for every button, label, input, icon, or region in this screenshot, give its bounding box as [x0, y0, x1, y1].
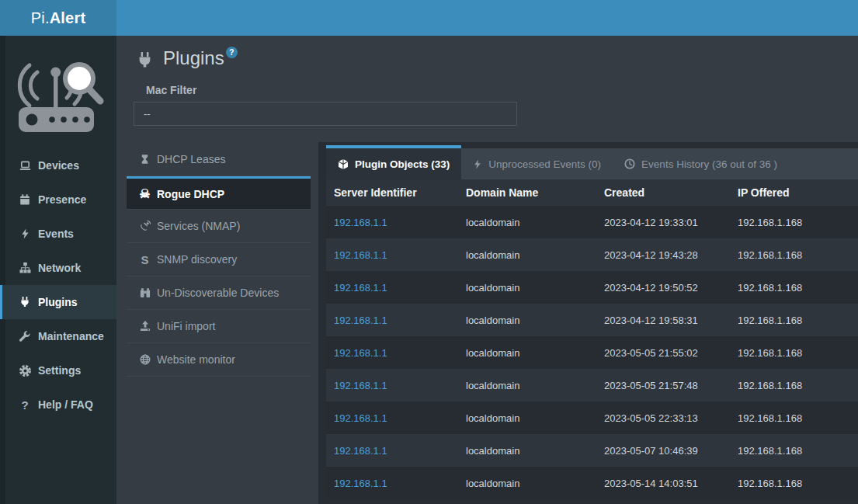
- plug-icon: [16, 297, 33, 308]
- plug-icon: [137, 52, 153, 68]
- plugin-nav-item-services-nmap[interactable]: Services (NMAP): [127, 210, 311, 243]
- sidebar-item-label: Plugins: [38, 296, 78, 308]
- ip-offered-cell: 192.168.1.168: [730, 401, 858, 434]
- ip-offered-cell: 192.168.1.168: [730, 304, 858, 336]
- pialert-router-logo: [0, 36, 116, 148]
- col-created: Created: [596, 179, 730, 206]
- plugin-nav: DHCP Leases ☠ Rogue DHCP Services (NMAP)…: [127, 143, 318, 504]
- server-identifier-link[interactable]: 192.168.1.1: [326, 304, 458, 336]
- sidebar-item-label: Events: [38, 228, 74, 240]
- tab-label: Unprocessed Events (0): [488, 158, 601, 170]
- content-area: Plugins ? Mac Filter DHCP Leases ☠ Rogue…: [116, 36, 858, 504]
- table-row: 192.168.1.1 localdomain 2023-04-12 19:50…: [326, 271, 858, 304]
- created-cell: 2023-05-05 21:55:02: [596, 336, 730, 369]
- globe-icon: [136, 354, 154, 365]
- upload-icon: [136, 321, 154, 332]
- s-letter-icon: S: [136, 254, 154, 266]
- tab-events-history[interactable]: Events History (36 out of 36 ): [613, 148, 789, 179]
- plugin-nav-label: SNMP discovery: [157, 253, 237, 266]
- plugin-nav-item-dhcp-leases[interactable]: DHCP Leases: [127, 143, 311, 176]
- gear-icon: [16, 365, 33, 377]
- ip-offered-cell: 192.168.1.168: [730, 336, 858, 369]
- page-header: Plugins ?: [116, 36, 858, 68]
- tab-label: Plugin Objects (33): [355, 158, 450, 170]
- ip-offered-cell: 192.168.1.168: [730, 434, 858, 467]
- plugin-tabs: Plugin Objects (33) Unprocessed Events (…: [326, 148, 858, 179]
- tab-unprocessed-events[interactable]: Unprocessed Events (0): [461, 148, 613, 179]
- router-magnifier-icon: [11, 51, 106, 138]
- domain-cell: localdomain: [458, 304, 596, 336]
- server-identifier-link[interactable]: 192.168.1.1: [326, 369, 458, 401]
- tab-plugin-objects[interactable]: Plugin Objects (33): [326, 145, 461, 179]
- domain-cell: localdomain: [458, 467, 596, 499]
- sidebar-item-label: Network: [38, 262, 81, 274]
- laptop-icon: [16, 160, 33, 172]
- sidebar-item-network[interactable]: Network: [0, 251, 116, 285]
- server-identifier-link[interactable]: 192.168.1.1: [326, 336, 458, 369]
- sidebar-toggle-button[interactable]: [116, 0, 155, 36]
- server-identifier-link[interactable]: 192.168.1.1: [326, 206, 458, 238]
- domain-cell: localdomain: [458, 336, 596, 369]
- plugin-nav-item-rogue-dhcp[interactable]: ☠ Rogue DHCP: [127, 176, 311, 210]
- server-identifier-link[interactable]: 192.168.1.1: [326, 467, 458, 499]
- server-identifier-link[interactable]: 192.168.1.1: [326, 238, 458, 271]
- created-cell: 2023-04-12 19:50:52: [596, 271, 730, 304]
- hourglass-icon: [136, 154, 154, 165]
- plugin-nav-item-snmp-discovery[interactable]: S SNMP discovery: [127, 243, 311, 276]
- mac-filter-input[interactable]: [134, 102, 517, 126]
- col-domain-name: Domain Name: [458, 179, 596, 206]
- satellite-dish-icon: [136, 221, 154, 231]
- sidebar-item-label: Maintenance: [38, 330, 104, 342]
- sidebar-item-presence[interactable]: Presence: [0, 182, 116, 217]
- brand-suffix: Alert: [50, 9, 86, 27]
- help-badge[interactable]: ?: [226, 47, 238, 58]
- lower-region: DHCP Leases ☠ Rogue DHCP Services (NMAP)…: [116, 142, 858, 504]
- sidebar-item-label: Devices: [38, 159, 79, 172]
- plugin-nav-item-website-monitor[interactable]: Website monitor: [127, 343, 311, 377]
- sidebar-item-devices[interactable]: Devices: [0, 148, 116, 182]
- sidebar-item-maintenance[interactable]: Maintenance: [0, 319, 116, 353]
- main-sidebar: Devices Presence Events Network Plugins …: [0, 36, 116, 504]
- sidebar-item-help-faq[interactable]: ? Help / FAQ: [0, 388, 116, 422]
- sitemap-icon: [16, 262, 33, 273]
- domain-cell: localdomain: [458, 401, 596, 434]
- sidebar-item-settings[interactable]: Settings: [0, 353, 116, 388]
- plugin-nav-item-undiscoverable-devices[interactable]: Un-Discoverable Devices: [127, 276, 311, 310]
- server-identifier-link[interactable]: 192.168.1.1: [326, 434, 458, 467]
- col-ip-offered: IP Offered: [730, 179, 858, 206]
- table-row: 192.168.1.1 localdomain 2023-05-07 10:46…: [326, 434, 858, 467]
- cube-icon: [338, 158, 349, 170]
- plugin-nav-item-unifi-import[interactable]: UniFi import: [127, 310, 311, 343]
- domain-cell: localdomain: [458, 238, 596, 271]
- table-row: 192.168.1.1 localdomain 2023-05-05 22:33…: [326, 401, 858, 434]
- brand-logo[interactable]: Pi.Alert: [0, 0, 116, 36]
- sidebar-item-plugins[interactable]: Plugins: [0, 285, 116, 319]
- table-header-row: Server Identifier Domain Name Created IP…: [326, 179, 858, 206]
- wrench-icon: [16, 331, 33, 342]
- brand-prefix: Pi.: [31, 9, 50, 27]
- bolt-icon: [473, 159, 482, 169]
- skull-icon: ☠: [136, 188, 154, 200]
- server-identifier-link[interactable]: 192.168.1.1: [326, 271, 458, 304]
- server-identifier-link[interactable]: 192.168.1.1: [326, 401, 458, 434]
- binoculars-icon: [136, 287, 154, 298]
- question-icon: ?: [16, 399, 33, 411]
- table-row: 192.168.1.1 localdomain 2023-05-05 21:57…: [326, 369, 858, 401]
- mac-filter-label: Mac Filter: [146, 84, 858, 96]
- tab-label: Events History (36 out of 36 ): [641, 158, 777, 170]
- plugin-nav-label: DHCP Leases: [157, 153, 225, 165]
- page-title: Plugins: [163, 48, 224, 68]
- domain-cell: localdomain: [458, 369, 596, 401]
- ip-offered-cell: 192.168.1.168: [730, 369, 858, 401]
- domain-cell: localdomain: [458, 206, 596, 238]
- sidebar-item-events[interactable]: Events: [0, 217, 116, 251]
- ip-offered-cell: 192.168.1.168: [730, 467, 858, 499]
- plugin-objects-table: Server Identifier Domain Name Created IP…: [326, 179, 858, 504]
- plugin-nav-label: Website monitor: [157, 353, 235, 366]
- domain-cell: localdomain: [458, 434, 596, 467]
- plugin-nav-label: Rogue DHCP: [157, 188, 224, 200]
- sidebar-item-label: Help / FAQ: [38, 398, 93, 411]
- plugin-nav-label: UniFi import: [157, 320, 215, 332]
- col-server-identifier: Server Identifier: [326, 179, 458, 206]
- sidebar-item-label: Presence: [38, 193, 86, 206]
